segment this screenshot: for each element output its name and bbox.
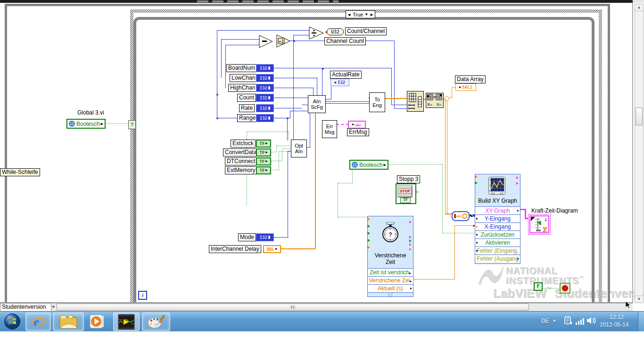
actualrate-i32-indicator[interactable]: ▶I32 (330, 79, 349, 86)
status-tab[interactable]: Studentenversion (0, 303, 51, 312)
terminal-range-i32[interactable]: I32▶ (256, 114, 274, 122)
terminal-highchan-i32[interactable]: I32▶ (256, 84, 274, 92)
terminal-extmemory-tf[interactable]: TF▶ (256, 166, 271, 174)
increment-node[interactable]: +1 (276, 34, 291, 48)
xy-row-error-out[interactable]: Fehler (Ausgang▸ (475, 255, 520, 263)
xy-row-enable[interactable]: ▸Aktivieren (475, 239, 520, 247)
channel-count-label: Channel Count (324, 37, 366, 45)
case-selector[interactable]: ◄ True ▼ ► (346, 10, 375, 18)
scroll-down-button[interactable]: ▼ (635, 296, 643, 303)
wire (386, 164, 442, 165)
outer-while-loop-border-right[interactable] (608, 4, 610, 302)
case-next-icon[interactable]: ► (370, 12, 374, 17)
loop-iteration-terminal[interactable]: i (138, 291, 147, 300)
horizontal-scroll-thumb[interactable] (57, 304, 529, 311)
wire (447, 100, 447, 214)
taskbar: e (0, 311, 644, 331)
wire-junction (216, 117, 218, 119)
loop-stop-terminal[interactable] (560, 283, 570, 294)
stop-button[interactable]: STOP TF ▷ (396, 183, 416, 204)
transpose-array-node[interactable]: xₗₙ xₙₗ (426, 93, 444, 108)
wire (279, 151, 279, 170)
elapsed-time-express-vi[interactable]: ? VerstricheneZeit Zeit ist verstrich▸ V… (367, 216, 413, 297)
wire (331, 87, 331, 99)
show-desktop-button[interactable] (638, 312, 644, 331)
windows-start-icon (4, 313, 21, 330)
elapsed-row-elapsed-time[interactable]: Verstrichene Zei▸ (368, 276, 413, 284)
ain-scfg-node[interactable]: AInScFg (308, 95, 326, 113)
terminal-dtconnect-tf[interactable]: TF▶ (256, 157, 271, 165)
elapsed-row-present[interactable]: Aktuell (s)▸ (368, 284, 413, 292)
kraft-zeit-diagram-terminal[interactable]: 1 (528, 214, 551, 235)
errmsg-string-terminal[interactable]: ▶abc (348, 121, 366, 129)
taskbar-internet-explorer[interactable]: e (25, 313, 51, 331)
false-constant[interactable]: F (534, 282, 543, 291)
reshape-array-node[interactable] (407, 91, 424, 112)
start-button[interactable] (2, 313, 23, 330)
terminal-convertdata-tf[interactable]: TF▶ (256, 148, 271, 156)
xy-row-y-input[interactable]: ▸Y-Eingang (475, 214, 520, 222)
elapsed-row-time-has-elapsed[interactable]: Zeit ist verstrich▸ (368, 268, 413, 276)
elapsed-time-title: VerstricheneZeit (368, 252, 413, 265)
wire (276, 146, 277, 152)
case-structure-border-left[interactable] (130, 9, 133, 302)
subtract-node[interactable] (259, 35, 274, 48)
wire (338, 183, 353, 183)
taskbar-media-player[interactable] (85, 313, 108, 330)
count-channel-label: Count/Channel (345, 27, 387, 35)
wire (445, 214, 452, 214)
taskbar-windows-explorer[interactable] (53, 313, 84, 331)
paint-icon (147, 314, 165, 330)
terminal-rate-i32[interactable]: I32▶ (256, 104, 274, 112)
elapsed-expand-chevron[interactable] (368, 292, 413, 296)
opt-ain-node[interactable]: OptAIn (291, 140, 307, 157)
wire (273, 68, 391, 68)
case-structure-border-right[interactable] (599, 9, 602, 302)
case-selector-terminal[interactable]: ? (128, 120, 136, 129)
outer-while-loop-border-left[interactable] (5, 4, 7, 302)
tray-expand-icon[interactable]: ▲ (553, 318, 556, 322)
xy-row-xy-graph[interactable]: XY-Graph▸ (475, 206, 520, 214)
speaker-icon[interactable] (586, 316, 596, 325)
case-prev-icon[interactable]: ◄ (347, 12, 351, 17)
stop-button-label: Stopp 3 (397, 175, 420, 183)
u32-conversion-terminal[interactable]: U32 (327, 28, 344, 35)
data-array-sgl-indicator[interactable]: ▶SGL] (455, 83, 476, 91)
terminal-interchannel-dbl[interactable]: DBL▶ (263, 245, 281, 253)
taskbar-paint[interactable] (142, 313, 170, 331)
language-indicator[interactable]: DE (541, 318, 549, 324)
terminal-extclock-tf[interactable]: TF▶ (256, 140, 271, 148)
control-label-mode: Mode (238, 233, 256, 241)
to-eng-node[interactable]: ToEng (369, 92, 385, 112)
vertical-scrollbar[interactable]: ▲ ▼ (635, 4, 644, 303)
terminal-lowchan-i32[interactable]: I32▶ (256, 74, 274, 82)
global-boolesch-2[interactable]: Boolesch▶ (349, 160, 388, 170)
terminal-count-i32[interactable]: I32▶ (256, 94, 274, 102)
case-selector-value[interactable]: True (353, 12, 363, 17)
divide-node[interactable] (309, 26, 325, 40)
wire (413, 279, 455, 280)
xy-row-error-in[interactable]: ▸Fehler (Eingang, (475, 247, 520, 255)
case-dropdown-icon[interactable]: ▼ (364, 12, 368, 16)
xy-row-x-input[interactable]: ▪X-Eingang (475, 222, 520, 230)
err-msg-node[interactable]: ErrMsg (322, 120, 337, 138)
action-center-icon[interactable] (564, 315, 573, 327)
globe-icon (69, 121, 75, 127)
vertical-scroll-thumb[interactable] (636, 107, 643, 125)
convert-to-dynamic-node[interactable]: dbl (452, 211, 470, 221)
network-signal-icon[interactable] (575, 316, 585, 326)
terminal-boardnum-i32[interactable]: I32▶ (256, 64, 274, 72)
taskbar-labview[interactable] (113, 313, 140, 331)
svg-text:?: ? (388, 231, 392, 238)
global-boolesch-1[interactable]: Boolesch▶ (66, 119, 106, 129)
build-xy-graph-express-vi[interactable]: 210 0.01.0 Build XY Graph XY-Graph▸ ▸Y-E… (475, 174, 520, 264)
terminal-mode-i32[interactable]: I32▶ (256, 233, 274, 241)
scroll-up-button[interactable]: ▲ (635, 4, 643, 11)
hscroll-left-button[interactable]: ◄ (50, 304, 56, 310)
wire (352, 168, 353, 183)
wire-junction (322, 68, 324, 70)
clock-date[interactable]: 2012-05-14 (600, 321, 628, 328)
control-label-rate: Rate (239, 104, 255, 112)
clock-time[interactable]: 12:12 (610, 314, 624, 321)
xy-row-reset[interactable]: ▸Zurücksetzen (475, 230, 520, 239)
